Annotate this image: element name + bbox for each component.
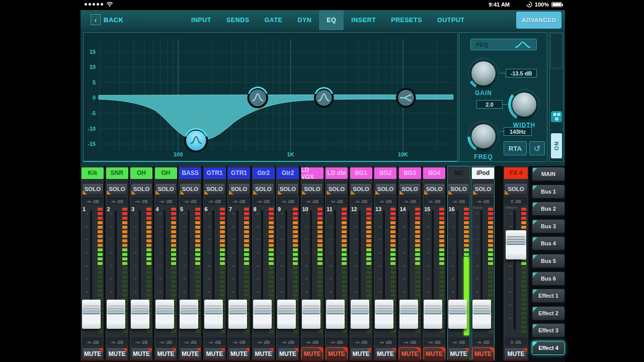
fader-handle[interactable] [506,230,526,259]
fader-handle[interactable] [82,300,101,329]
solo-button[interactable]: SOLO [82,183,104,195]
solo-button[interactable]: SOLO [204,183,225,195]
bus-corner-icon [533,203,537,207]
fader-handle[interactable] [472,300,491,329]
solo-button[interactable]: SOLO [472,183,494,195]
channel-label[interactable]: MC [448,167,470,179]
solo-button[interactable]: SOLO [253,183,274,195]
fader-handle[interactable] [399,300,418,329]
eq-band-handle-2[interactable] [248,87,269,109]
solo-button[interactable]: SOLO [375,183,396,195]
bus-button-main[interactable]: MAIN [532,167,565,181]
channel-label[interactable]: BG3 [399,167,421,179]
tab-output[interactable]: OUTPUT [430,10,472,30]
eq-band-handle-4[interactable] [396,88,416,108]
solo-button[interactable]: SOLO [350,183,372,195]
group-dots-icon[interactable] [551,111,562,122]
fader-handle[interactable] [448,300,467,329]
eq-band-handle-3[interactable] [314,88,334,108]
solo-button[interactable]: SOLO [399,183,421,195]
fader-handle[interactable] [424,300,442,329]
fader-meter-zone: 14 [398,206,422,335]
fader-meter-zone: 10 [301,206,324,335]
fader-handle[interactable] [326,300,345,329]
channel-label[interactable]: Gtr2 [277,167,299,179]
solo-button[interactable]: SOLO [106,183,128,195]
bus-button-bus-4[interactable]: Bus 4 [532,236,565,250]
meter-segment [122,294,127,297]
gain-knob[interactable] [467,57,500,89]
freq-knob[interactable] [467,120,500,152]
meter-segment [488,226,493,229]
solo-button[interactable]: SOLO [131,183,152,195]
meter-segment [244,276,249,279]
channel-label[interactable]: OH [155,167,177,179]
meter-segment [415,239,420,242]
tab-gate[interactable]: GATE [257,10,290,30]
channel-label[interactable]: LD VOX [301,167,324,179]
tab-input[interactable]: INPUT [184,10,219,30]
solo-button[interactable]: SOLO [504,183,528,195]
solo-button[interactable]: SOLO [228,183,250,195]
fader-handle[interactable] [228,300,247,329]
bus-button-effect-2[interactable]: Effect 2 [532,306,565,320]
fader-handle[interactable] [204,300,223,329]
meter-segment [366,276,371,279]
fader-handle[interactable] [302,300,320,329]
bus-button-bus-2[interactable]: Bus 2 [532,202,565,216]
bus-button-effect-1[interactable]: Effect 1 [532,289,565,303]
solo-button[interactable]: SOLO [326,183,348,195]
rta-button[interactable]: RTA [504,141,527,155]
reset-eq-button[interactable]: ↺ [529,141,545,155]
fader-handle[interactable] [155,300,174,329]
channel-label[interactable]: BG2 [374,167,396,179]
tab-sends[interactable]: SENDS [219,10,257,30]
bus-button-effect-3[interactable]: Effect 3 [532,323,565,337]
filter-type-button[interactable]: PEQ [470,39,537,50]
eq-band-handle-1[interactable] [184,129,208,152]
fader-handle[interactable] [375,300,393,329]
fader-handle[interactable] [180,300,198,329]
channel-label[interactable]: GTR1 [204,167,226,179]
solo-button[interactable]: SOLO [424,183,445,195]
bus-button-effect-4[interactable]: Effect 4 [532,341,565,355]
channel-label[interactable]: FX 4 [504,167,528,179]
fader-handle[interactable] [277,300,296,329]
channel-label[interactable]: Kik [82,167,104,179]
channel-label[interactable]: LD dbl [326,167,348,179]
solo-button[interactable]: SOLO [277,183,299,195]
channel-label[interactable]: SNR [106,167,128,179]
bus-button-bus-6[interactable]: Bus 6 [532,272,565,286]
fader-handle[interactable] [107,300,125,329]
tab-presets[interactable]: PRESETS [383,10,430,30]
fader-handle[interactable] [253,300,272,329]
tab-eq[interactable]: EQ [319,10,344,30]
meter-segment [269,285,274,288]
tab-dyn[interactable]: DYN [290,10,319,30]
solo-button[interactable]: SOLO [448,183,469,195]
channel-label[interactable]: BG1 [350,167,372,179]
bus-button-bus-1[interactable]: Bus 1 [532,185,565,199]
solo-button[interactable]: SOLO [301,183,323,195]
back-label: BACK [104,16,124,24]
solo-button[interactable]: SOLO [155,183,177,195]
bus-button-bus-3[interactable]: Bus 3 [532,219,565,233]
eq-on-button[interactable]: ON [551,133,562,158]
channel-label[interactable]: BG4 [423,167,445,179]
back-button[interactable]: ‹ BACK [91,14,124,25]
fader-level-readout: -∞ dB [277,338,298,345]
channel-label[interactable]: Gtr2 [253,167,275,179]
tab-insert[interactable]: INSERT [344,10,383,30]
eq-response-graph[interactable]: 151050-5-10-151001K10K [83,32,458,162]
bus-button-bus-5[interactable]: Bus 5 [532,254,565,268]
channel-label[interactable]: iPod [472,167,494,179]
meter-segment [390,330,395,333]
fader-handle[interactable] [131,300,149,329]
solo-button[interactable]: SOLO [180,183,201,195]
channel-label[interactable]: OH [130,167,152,179]
fader-handle[interactable] [351,300,369,329]
advanced-button[interactable]: ADVANCED [516,12,561,29]
width-knob[interactable] [508,88,540,121]
channel-label[interactable]: GTR1 [228,167,250,179]
channel-label[interactable]: BASS [179,167,201,179]
